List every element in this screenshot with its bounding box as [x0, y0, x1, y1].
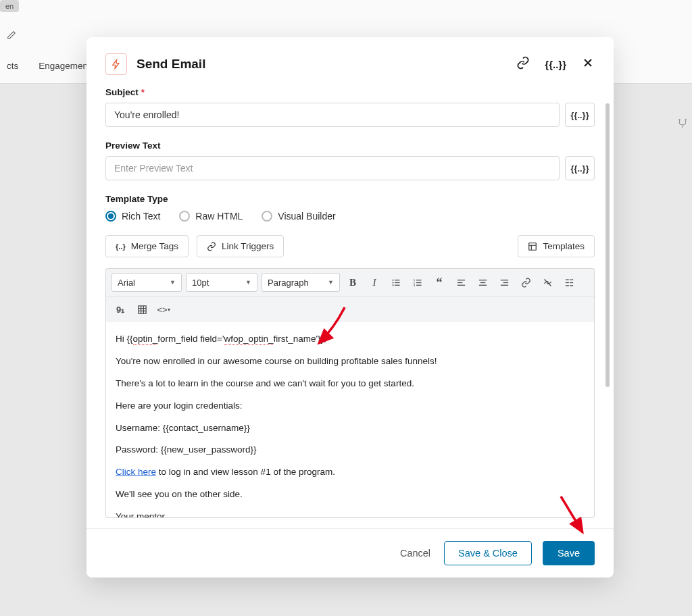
svg-rect-29: [570, 285, 573, 286]
pencil-icon: [7, 30, 16, 43]
svg-rect-26: [565, 282, 568, 282]
svg-rect-27: [570, 282, 573, 282]
preview-merge-button[interactable]: {{..}}: [565, 156, 595, 180]
svg-rect-8: [395, 284, 400, 285]
svg-rect-12: [416, 280, 422, 280]
insert-link-button[interactable]: [517, 274, 535, 291]
template-type-label: Template Type: [105, 194, 595, 204]
bg-nav-item: Engagemen: [39, 61, 88, 71]
number-list-button[interactable]: 123: [409, 274, 426, 291]
merge-tag-icon[interactable]: {{..}}: [545, 59, 566, 70]
svg-rect-17: [457, 284, 464, 285]
templates-button[interactable]: Templates: [518, 235, 595, 257]
align-center-button[interactable]: [474, 274, 491, 291]
subject-input[interactable]: [105, 103, 560, 127]
branch-icon: [676, 118, 689, 133]
svg-rect-16: [457, 282, 462, 282]
svg-point-4: [392, 282, 393, 283]
svg-rect-21: [500, 280, 508, 280]
svg-rect-19: [480, 282, 485, 282]
close-icon[interactable]: [581, 56, 595, 72]
editor-toolbar: Arial▼ 10pt▼ Paragraph▼ B I 123 “ 9₁ <>▾: [105, 268, 595, 322]
svg-rect-18: [478, 280, 486, 280]
scrollbar[interactable]: [606, 103, 610, 495]
unlink-button[interactable]: [539, 274, 556, 291]
svg-point-0: [679, 120, 681, 121]
more-button[interactable]: [560, 274, 578, 291]
bg-badge: en: [0, 0, 19, 12]
svg-point-3: [392, 279, 393, 280]
subject-label: Subject*: [105, 87, 595, 97]
bullet-list-button[interactable]: [387, 274, 405, 291]
send-email-modal: Send Email {{..}} Subject* {{..}} Previe…: [86, 37, 614, 578]
svg-rect-23: [500, 284, 508, 285]
svg-rect-28: [565, 285, 568, 286]
svg-point-5: [392, 284, 393, 286]
link-icon[interactable]: [516, 56, 530, 72]
svg-rect-6: [395, 280, 400, 280]
link-triggers-button[interactable]: Link Triggers: [197, 235, 284, 257]
radio-visual-builder[interactable]: Visual Builder: [262, 211, 335, 222]
svg-rect-13: [416, 282, 422, 282]
size-select[interactable]: 10pt▼: [186, 273, 257, 292]
code-button[interactable]: <>▾: [155, 301, 172, 318]
svg-rect-30: [138, 305, 145, 313]
cancel-button[interactable]: Cancel: [397, 542, 433, 564]
font-select[interactable]: Arial▼: [112, 273, 182, 292]
save-button[interactable]: Save: [543, 541, 595, 565]
svg-rect-2: [529, 242, 537, 250]
svg-rect-22: [503, 282, 508, 282]
bold-button[interactable]: B: [344, 274, 362, 291]
svg-rect-20: [478, 284, 486, 285]
svg-point-1: [685, 120, 687, 121]
radio-rich-text[interactable]: Rich Text: [105, 211, 160, 222]
bolt-icon: [105, 53, 127, 75]
svg-rect-14: [416, 284, 422, 285]
preview-label: Preview Text: [105, 140, 595, 151]
modal-title: Send Email: [137, 57, 507, 72]
svg-rect-15: [457, 280, 464, 280]
align-left-button[interactable]: [452, 274, 470, 291]
svg-rect-24: [565, 279, 568, 280]
editor-body[interactable]: Hi {{optin_form_field field='wfop_optin_…: [105, 322, 595, 518]
italic-button[interactable]: I: [366, 274, 383, 291]
click-here-link[interactable]: Click here: [116, 467, 156, 477]
block-select[interactable]: Paragraph▼: [262, 273, 340, 292]
svg-rect-7: [395, 282, 400, 282]
table-button[interactable]: [133, 301, 151, 318]
radio-raw-html[interactable]: Raw HTML: [179, 211, 243, 222]
quote-button[interactable]: “: [430, 274, 448, 291]
subject-merge-button[interactable]: {{..}}: [565, 103, 595, 127]
bg-nav-item: cts: [7, 61, 18, 71]
preview-input[interactable]: [105, 156, 560, 180]
align-right-button[interactable]: [495, 274, 513, 291]
merge-tags-button[interactable]: {..}Merge Tags: [105, 235, 189, 257]
svg-text:3: 3: [413, 283, 415, 286]
emoji-button[interactable]: 9₁: [112, 301, 129, 318]
save-close-button[interactable]: Save & Close: [444, 541, 532, 565]
svg-rect-25: [570, 279, 573, 280]
